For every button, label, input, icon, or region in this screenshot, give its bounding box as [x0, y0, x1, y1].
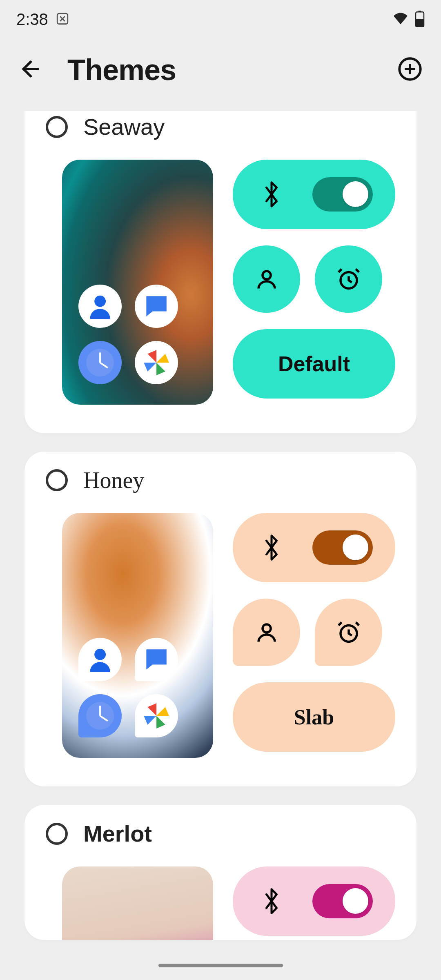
app-icons-preview	[78, 285, 178, 384]
svg-rect-3	[416, 19, 424, 27]
svg-point-5	[94, 296, 106, 307]
bluetooth-icon	[261, 180, 282, 208]
theme-name-label: Seaway	[83, 114, 165, 140]
alarm-shortcut-preview	[315, 599, 382, 666]
toggle-track	[312, 530, 373, 565]
toggle-knob	[343, 535, 368, 560]
bluetooth-icon	[261, 887, 282, 915]
page-title: Themes	[67, 53, 373, 87]
messages-icon	[135, 638, 178, 681]
contact-shortcut-preview	[233, 599, 300, 666]
add-icon[interactable]	[397, 56, 423, 83]
font-preview: Slab	[233, 682, 395, 752]
bluetooth-toggle-preview	[233, 866, 395, 936]
bluetooth-toggle-preview	[233, 160, 395, 229]
theme-name-label: Honey	[83, 467, 144, 493]
theme-radio-honey[interactable]	[46, 469, 68, 491]
toggle-track	[312, 884, 373, 918]
back-icon[interactable]	[18, 57, 43, 83]
navigation-bar	[0, 964, 441, 980]
bluetooth-icon	[261, 534, 282, 561]
theme-card-seaway[interactable]: Seaway Default	[24, 111, 416, 433]
photos-icon	[135, 341, 178, 384]
theme-radio-seaway[interactable]	[46, 116, 68, 138]
theme-name-label: Merlot	[83, 820, 152, 847]
wallpaper-preview	[62, 513, 213, 758]
svg-point-11	[263, 624, 271, 633]
contacts-icon	[78, 638, 122, 681]
clock-icon	[78, 694, 122, 737]
font-preview: Default	[233, 329, 395, 399]
app-header: Themes	[0, 39, 441, 111]
app-icons-preview	[78, 638, 178, 737]
toggle-knob	[343, 181, 368, 207]
svg-point-9	[94, 649, 106, 660]
wallpaper-preview	[62, 160, 213, 405]
bluetooth-toggle-preview	[233, 513, 395, 582]
status-time: 2:38	[16, 10, 48, 29]
wifi-icon	[392, 12, 409, 27]
battery-icon	[415, 11, 425, 29]
photos-icon	[135, 694, 178, 737]
theme-card-merlot[interactable]: Merlot	[24, 805, 416, 940]
toggle-track	[312, 177, 373, 212]
wallpaper-preview	[62, 866, 213, 940]
clock-icon	[78, 341, 122, 384]
themes-list[interactable]: Seaway Default	[0, 111, 441, 940]
nav-handle[interactable]	[158, 964, 283, 967]
toggle-knob	[343, 888, 368, 914]
theme-card-honey[interactable]: Honey Slab	[24, 452, 416, 786]
do-not-disturb-icon	[56, 12, 69, 27]
status-bar: 2:38	[0, 0, 441, 39]
messages-icon	[135, 285, 178, 328]
contact-shortcut-preview	[233, 245, 300, 313]
theme-radio-merlot[interactable]	[46, 823, 68, 845]
svg-point-7	[263, 271, 271, 279]
alarm-shortcut-preview	[315, 245, 382, 313]
contacts-icon	[78, 285, 122, 328]
